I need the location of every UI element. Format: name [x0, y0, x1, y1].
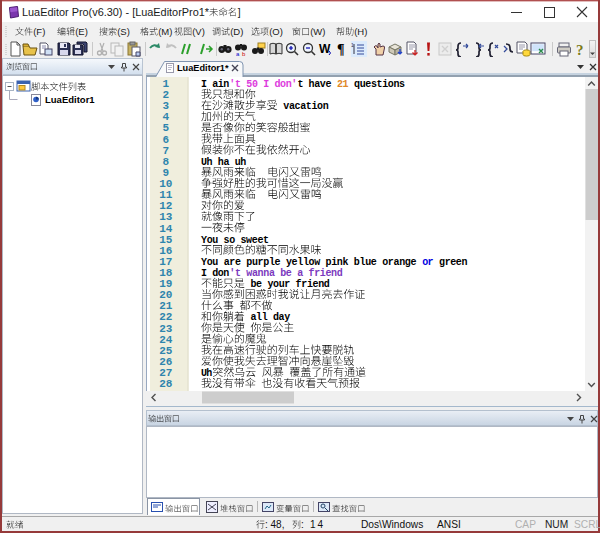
svg-text:21: 21 [337, 79, 348, 90]
svg-text:(O): (O) [269, 26, 283, 37]
svg-text:(D): (D) [230, 26, 243, 37]
svg-text:or: or [422, 257, 433, 268]
svg-text:¶: ¶ [337, 42, 345, 57]
svg-text:1: 1 [351, 42, 354, 48]
svg-text:18: 18 [159, 267, 173, 279]
svg-text:]: ] [238, 7, 241, 18]
svg-text:a: a [236, 51, 240, 57]
svg-text:(S): (S) [117, 26, 130, 37]
svg-text:all day: all day [245, 312, 290, 323]
svg-text:28: 28 [159, 378, 173, 390]
svg-text:(E): (E) [75, 26, 88, 37]
svg-text:Uh: Uh [201, 368, 212, 379]
svg-text:green: green [433, 257, 467, 268]
svg-text:'t 50 I don': 't 50 I don' [229, 79, 297, 90]
svg-text:: 48,: : 48, [265, 519, 287, 530]
svg-text:13: 13 [159, 211, 173, 223]
svg-text:(V): (V) [192, 26, 205, 37]
svg-text:'t wanna be a friend: 't wanna be a friend [229, 268, 342, 279]
svg-text:I ain: I ain [201, 79, 229, 90]
svg-text:Uh ha uh: Uh ha uh [201, 157, 246, 168]
svg-text:?: ? [576, 42, 584, 57]
svg-text:I don: I don [201, 268, 229, 279]
svg-text:23: 23 [159, 323, 173, 335]
svg-text:(H): (H) [354, 26, 367, 37]
svg-text:You are purple yellow pink blu: You are purple yellow pink blue orange [201, 257, 422, 268]
svg-text:b: b [242, 51, 246, 57]
svg-text:t have: t have [297, 79, 337, 90]
svg-text:(M): (M) [158, 26, 172, 37]
svg-text:8: 8 [162, 156, 169, 168]
svg-text:be your friend: be your friend [245, 279, 330, 290]
svg-text:(F): (F) [33, 26, 45, 37]
svg-text:W: W [319, 42, 331, 56]
svg-text:vacation: vacation [278, 101, 329, 112]
svg-text:: 14: : 14 [301, 519, 323, 530]
svg-text:3: 3 [162, 100, 169, 112]
svg-text:(W): (W) [310, 26, 325, 37]
svg-text:questions: questions [348, 79, 405, 90]
svg-text:You so sweet: You so sweet [201, 235, 269, 246]
svg-text:LuaEditor Pro(v6.30) - [LuaEdi: LuaEditor Pro(v6.30) - [LuaEditorPro1* [22, 7, 209, 18]
